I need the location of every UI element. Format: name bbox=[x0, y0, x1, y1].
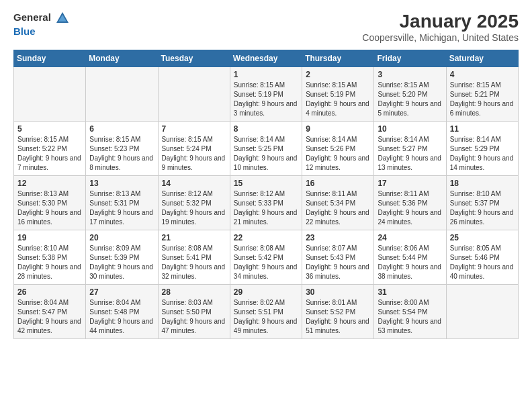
calendar-cell: 26Sunrise: 8:04 AM Sunset: 5:47 PM Dayli… bbox=[14, 285, 86, 339]
calendar-cell: 7Sunrise: 8:15 AM Sunset: 5:24 PM Daylig… bbox=[158, 122, 230, 176]
day-info: Sunrise: 8:05 AM Sunset: 5:46 PM Dayligh… bbox=[450, 244, 515, 281]
calendar-cell: 24Sunrise: 8:06 AM Sunset: 5:44 PM Dayli… bbox=[374, 230, 446, 285]
day-info: Sunrise: 8:10 AM Sunset: 5:37 PM Dayligh… bbox=[450, 189, 515, 227]
calendar-cell: 19Sunrise: 8:10 AM Sunset: 5:38 PM Dayli… bbox=[14, 230, 86, 285]
header-friday: Friday bbox=[374, 50, 446, 67]
day-info: Sunrise: 8:04 AM Sunset: 5:48 PM Dayligh… bbox=[89, 298, 154, 336]
calendar-cell: 10Sunrise: 8:14 AM Sunset: 5:27 PM Dayli… bbox=[374, 122, 446, 176]
day-info: Sunrise: 8:04 AM Sunset: 5:47 PM Dayligh… bbox=[17, 298, 82, 336]
logo-general: General bbox=[13, 11, 51, 23]
calendar-week-4: 26Sunrise: 8:04 AM Sunset: 5:47 PM Dayli… bbox=[14, 285, 519, 339]
day-info: Sunrise: 8:15 AM Sunset: 5:20 PM Dayligh… bbox=[378, 81, 442, 118]
day-number: 30 bbox=[306, 287, 370, 297]
page-container: General Blue January 2025 Coopersville, … bbox=[0, 0, 532, 346]
calendar-cell: 8Sunrise: 8:14 AM Sunset: 5:25 PM Daylig… bbox=[230, 122, 302, 176]
calendar-cell: 4Sunrise: 8:15 AM Sunset: 5:21 PM Daylig… bbox=[446, 67, 518, 122]
day-info: Sunrise: 8:15 AM Sunset: 5:24 PM Dayligh… bbox=[162, 135, 226, 173]
day-number: 23 bbox=[306, 233, 370, 242]
calendar-cell bbox=[446, 285, 518, 339]
day-info: Sunrise: 8:08 AM Sunset: 5:41 PM Dayligh… bbox=[162, 244, 226, 281]
day-number: 16 bbox=[306, 179, 370, 188]
day-number: 11 bbox=[450, 124, 515, 134]
day-info: Sunrise: 8:02 AM Sunset: 5:51 PM Dayligh… bbox=[234, 298, 298, 336]
day-number: 3 bbox=[378, 70, 442, 79]
calendar-cell: 2Sunrise: 8:15 AM Sunset: 5:19 PM Daylig… bbox=[302, 67, 374, 122]
calendar-cell: 15Sunrise: 8:12 AM Sunset: 5:33 PM Dayli… bbox=[230, 176, 302, 230]
header-thursday: Thursday bbox=[302, 50, 374, 67]
day-number: 26 bbox=[17, 287, 82, 297]
logo-icon bbox=[55, 11, 70, 26]
calendar-cell: 27Sunrise: 8:04 AM Sunset: 5:48 PM Dayli… bbox=[86, 285, 158, 339]
day-number: 20 bbox=[89, 233, 154, 242]
month-title: January 2025 bbox=[362, 11, 519, 32]
day-number: 17 bbox=[378, 179, 442, 188]
day-info: Sunrise: 8:06 AM Sunset: 5:44 PM Dayligh… bbox=[378, 244, 442, 281]
calendar-cell: 20Sunrise: 8:09 AM Sunset: 5:39 PM Dayli… bbox=[86, 230, 158, 285]
day-info: Sunrise: 8:14 AM Sunset: 5:29 PM Dayligh… bbox=[450, 135, 515, 173]
day-number: 29 bbox=[234, 287, 298, 297]
day-number: 10 bbox=[378, 124, 442, 134]
day-number: 1 bbox=[234, 70, 298, 79]
calendar-cell: 21Sunrise: 8:08 AM Sunset: 5:41 PM Dayli… bbox=[158, 230, 230, 285]
day-number: 19 bbox=[17, 233, 82, 242]
day-info: Sunrise: 8:15 AM Sunset: 5:19 PM Dayligh… bbox=[234, 81, 298, 118]
calendar-cell: 14Sunrise: 8:12 AM Sunset: 5:32 PM Dayli… bbox=[158, 176, 230, 230]
logo-text: General Blue bbox=[13, 11, 70, 38]
day-info: Sunrise: 8:11 AM Sunset: 5:34 PM Dayligh… bbox=[306, 189, 370, 227]
day-number: 2 bbox=[306, 70, 370, 79]
day-number: 12 bbox=[17, 179, 82, 188]
day-number: 6 bbox=[89, 124, 154, 134]
header-wednesday: Wednesday bbox=[230, 50, 302, 67]
calendar-cell bbox=[14, 67, 86, 122]
calendar-header: Sunday Monday Tuesday Wednesday Thursday… bbox=[14, 50, 519, 67]
calendar-cell: 9Sunrise: 8:14 AM Sunset: 5:26 PM Daylig… bbox=[302, 122, 374, 176]
day-number: 27 bbox=[89, 287, 154, 297]
calendar-cell: 25Sunrise: 8:05 AM Sunset: 5:46 PM Dayli… bbox=[446, 230, 518, 285]
calendar-body: 1Sunrise: 8:15 AM Sunset: 5:19 PM Daylig… bbox=[14, 67, 519, 339]
day-info: Sunrise: 8:07 AM Sunset: 5:43 PM Dayligh… bbox=[306, 244, 370, 281]
day-number: 7 bbox=[162, 124, 226, 134]
logo: General Blue bbox=[13, 11, 70, 38]
header-monday: Monday bbox=[86, 50, 158, 67]
day-info: Sunrise: 8:03 AM Sunset: 5:50 PM Dayligh… bbox=[162, 298, 226, 336]
calendar-cell: 18Sunrise: 8:10 AM Sunset: 5:37 PM Dayli… bbox=[446, 176, 518, 230]
day-number: 15 bbox=[234, 179, 298, 188]
calendar-cell: 1Sunrise: 8:15 AM Sunset: 5:19 PM Daylig… bbox=[230, 67, 302, 122]
day-info: Sunrise: 8:15 AM Sunset: 5:22 PM Dayligh… bbox=[17, 135, 82, 173]
calendar-cell: 30Sunrise: 8:01 AM Sunset: 5:52 PM Dayli… bbox=[302, 285, 374, 339]
day-info: Sunrise: 8:08 AM Sunset: 5:42 PM Dayligh… bbox=[234, 244, 298, 281]
calendar-cell: 13Sunrise: 8:13 AM Sunset: 5:31 PM Dayli… bbox=[86, 176, 158, 230]
day-number: 22 bbox=[234, 233, 298, 242]
calendar-cell: 22Sunrise: 8:08 AM Sunset: 5:42 PM Dayli… bbox=[230, 230, 302, 285]
calendar-table: Sunday Monday Tuesday Wednesday Thursday… bbox=[13, 50, 519, 339]
day-info: Sunrise: 8:14 AM Sunset: 5:26 PM Dayligh… bbox=[306, 135, 370, 173]
header-tuesday: Tuesday bbox=[158, 50, 230, 67]
day-number: 21 bbox=[162, 233, 226, 242]
day-number: 4 bbox=[450, 70, 515, 79]
calendar-cell: 28Sunrise: 8:03 AM Sunset: 5:50 PM Dayli… bbox=[158, 285, 230, 339]
calendar-week-2: 12Sunrise: 8:13 AM Sunset: 5:30 PM Dayli… bbox=[14, 176, 519, 230]
day-number: 9 bbox=[306, 124, 370, 134]
day-number: 28 bbox=[162, 287, 226, 297]
day-number: 5 bbox=[17, 124, 82, 134]
day-number: 24 bbox=[378, 233, 442, 242]
day-number: 25 bbox=[450, 233, 515, 242]
day-info: Sunrise: 8:12 AM Sunset: 5:32 PM Dayligh… bbox=[162, 189, 226, 227]
day-number: 14 bbox=[162, 179, 226, 188]
day-info: Sunrise: 8:01 AM Sunset: 5:52 PM Dayligh… bbox=[306, 298, 370, 336]
day-info: Sunrise: 8:15 AM Sunset: 5:23 PM Dayligh… bbox=[89, 135, 154, 173]
calendar-week-3: 19Sunrise: 8:10 AM Sunset: 5:38 PM Dayli… bbox=[14, 230, 519, 285]
calendar-cell: 11Sunrise: 8:14 AM Sunset: 5:29 PM Dayli… bbox=[446, 122, 518, 176]
calendar-cell: 31Sunrise: 8:00 AM Sunset: 5:54 PM Dayli… bbox=[374, 285, 446, 339]
day-info: Sunrise: 8:15 AM Sunset: 5:21 PM Dayligh… bbox=[450, 81, 515, 118]
day-number: 18 bbox=[450, 179, 515, 188]
day-info: Sunrise: 8:14 AM Sunset: 5:25 PM Dayligh… bbox=[234, 135, 298, 173]
day-number: 8 bbox=[234, 124, 298, 134]
day-info: Sunrise: 8:10 AM Sunset: 5:38 PM Dayligh… bbox=[17, 244, 82, 281]
day-info: Sunrise: 8:11 AM Sunset: 5:36 PM Dayligh… bbox=[378, 189, 442, 227]
day-info: Sunrise: 8:15 AM Sunset: 5:19 PM Dayligh… bbox=[306, 81, 370, 118]
day-info: Sunrise: 8:13 AM Sunset: 5:31 PM Dayligh… bbox=[89, 189, 154, 227]
calendar-cell bbox=[86, 67, 158, 122]
calendar-cell: 5Sunrise: 8:15 AM Sunset: 5:22 PM Daylig… bbox=[14, 122, 86, 176]
day-info: Sunrise: 8:14 AM Sunset: 5:27 PM Dayligh… bbox=[378, 135, 442, 173]
